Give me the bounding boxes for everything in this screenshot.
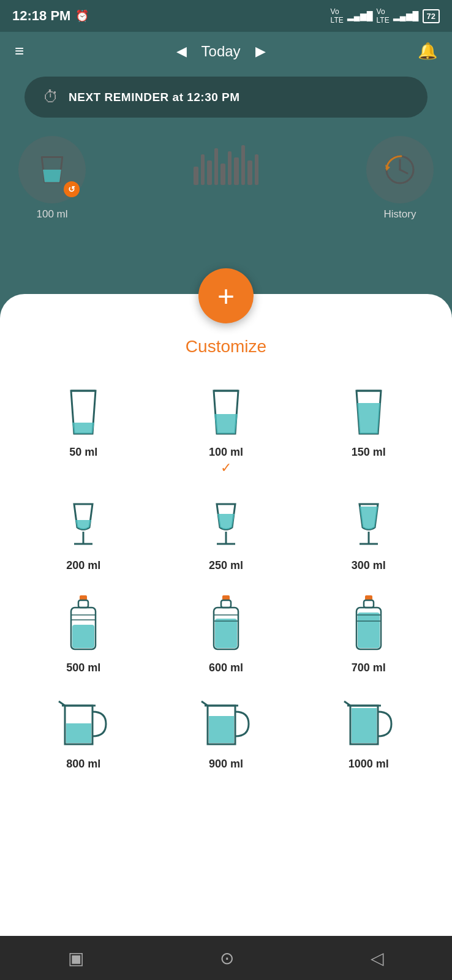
current-day-label: Today <box>202 43 241 60</box>
svg-marker-1 <box>43 170 61 183</box>
svg-rect-29 <box>221 600 231 608</box>
svg-rect-31 <box>215 619 237 648</box>
svg-rect-41 <box>66 723 91 743</box>
goblet-250ml-icon <box>202 498 250 553</box>
svg-marker-11 <box>214 414 238 434</box>
prev-day-button[interactable]: ◀ <box>176 43 187 59</box>
add-water-label: 100 ml <box>36 208 67 221</box>
bottle-700ml-icon <box>347 594 390 655</box>
status-icons: VoLTE ▂▄▆█ VoLTE ▂▄▆█ 72 <box>331 7 440 24</box>
nav-square-icon[interactable]: ▣ <box>68 948 84 968</box>
add-fab-button[interactable]: + <box>198 268 254 323</box>
jug-800ml-icon <box>56 696 111 752</box>
jug-900ml-icon <box>198 696 254 752</box>
top-nav: ≡ ◀ Today ▶ 🔔 <box>0 32 452 70</box>
glass-50ml-icon <box>59 385 108 440</box>
alarm-icon: ⏰ <box>75 9 89 23</box>
battery-icon: 72 <box>423 9 440 23</box>
reminder-text: NEXT REMINDER at 12:30 PM <box>69 91 240 104</box>
drink-label-500ml: 500 ml <box>66 662 100 674</box>
reminder-clock-icon: ⏱ <box>43 88 59 107</box>
history-circle[interactable] <box>366 136 434 203</box>
bottle-500ml-icon <box>62 594 105 655</box>
nav-back-icon[interactable]: ◁ <box>371 948 384 968</box>
nav-center: ◀ Today ▶ <box>176 43 266 60</box>
svg-rect-35 <box>364 600 374 608</box>
jug-1000ml-icon <box>341 696 396 752</box>
history-label: History <box>384 208 416 221</box>
drink-item-150ml[interactable]: 150 ml <box>297 375 440 482</box>
drinks-grid: 50 ml 100 ml ✓ 150 ml <box>0 375 452 777</box>
bottom-sheet: + Customize 50 ml 100 ml ✓ <box>0 294 452 980</box>
bottle-600ml-icon <box>205 594 247 655</box>
status-time: 12:18 PM <box>12 8 70 24</box>
drink-label-200ml: 200 ml <box>66 559 100 572</box>
customize-title: Customize <box>0 337 452 356</box>
drink-label-800ml: 800 ml <box>66 758 100 771</box>
svg-marker-8 <box>72 423 94 434</box>
add-water-button[interactable]: ↺ 100 ml <box>18 136 86 221</box>
glass-150ml-icon <box>344 385 393 440</box>
goblet-200ml-icon <box>59 498 108 553</box>
next-day-button[interactable]: ▶ <box>255 43 266 59</box>
quick-actions: ↺ 100 ml <box>0 130 452 227</box>
drink-item-300ml[interactable]: 300 ml <box>297 488 440 578</box>
glass-100ml-icon <box>202 385 250 440</box>
drink-label-600ml: 600 ml <box>209 662 243 674</box>
svg-rect-23 <box>78 600 88 608</box>
notification-icon[interactable]: 🔔 <box>418 42 437 61</box>
drink-item-250ml[interactable]: 250 ml <box>155 488 298 578</box>
add-badge: ↺ <box>64 181 80 197</box>
history-icon <box>382 151 418 188</box>
water-glass-icon <box>35 153 69 187</box>
svg-line-5 <box>400 170 407 173</box>
drink-item-100ml[interactable]: 100 ml ✓ <box>155 375 298 482</box>
status-bar: 12:18 PM ⏰ VoLTE ▂▄▆█ VoLTE ▂▄▆█ 72 <box>0 0 452 32</box>
drink-item-500ml[interactable]: 500 ml <box>12 584 155 680</box>
drink-label-900ml: 900 ml <box>209 758 243 771</box>
drink-item-900ml[interactable]: 900 ml <box>155 687 298 777</box>
drink-item-50ml[interactable]: 50 ml <box>12 375 155 482</box>
reminder-banner: ⏱ NEXT REMINDER at 12:30 PM <box>24 77 428 118</box>
nav-home-icon[interactable]: ⊙ <box>220 948 234 968</box>
svg-rect-45 <box>352 708 377 743</box>
goblet-300ml-icon <box>344 498 393 553</box>
fab-icon: + <box>217 279 235 313</box>
signal-icon-1: VoLTE <box>331 7 344 24</box>
drink-item-1000ml[interactable]: 1000 ml <box>297 687 440 777</box>
drink-item-200ml[interactable]: 200 ml <box>12 488 155 578</box>
menu-icon[interactable]: ≡ <box>15 42 24 61</box>
drink-item-700ml[interactable]: 700 ml <box>297 584 440 680</box>
drink-label-700ml: 700 ml <box>352 662 386 674</box>
drink-label-50ml: 50 ml <box>69 446 97 459</box>
drink-label-100ml: 100 ml <box>209 446 243 459</box>
svg-rect-37 <box>358 612 380 648</box>
add-water-circle[interactable]: ↺ <box>18 136 86 203</box>
progress-visual <box>194 136 258 185</box>
signal-bars-1: ▂▄▆█ <box>347 11 373 21</box>
signal-icon-2: VoLTE <box>377 7 390 24</box>
drink-label-250ml: 250 ml <box>209 559 243 572</box>
drink-label-150ml: 150 ml <box>352 446 386 459</box>
bottom-nav: ▣ ⊙ ◁ <box>0 936 452 980</box>
svg-marker-14 <box>357 403 380 434</box>
drink-item-800ml[interactable]: 800 ml <box>12 687 155 777</box>
signal-bars-2: ▂▄▆█ <box>393 11 419 21</box>
svg-rect-25 <box>72 625 94 648</box>
drink-item-600ml[interactable]: 600 ml <box>155 584 298 680</box>
history-button[interactable]: History <box>366 136 434 221</box>
drink-label-1000ml: 1000 ml <box>348 758 389 771</box>
svg-rect-43 <box>209 716 234 743</box>
selected-checkmark-100ml: ✓ <box>220 460 232 476</box>
drink-label-300ml: 300 ml <box>352 559 386 572</box>
